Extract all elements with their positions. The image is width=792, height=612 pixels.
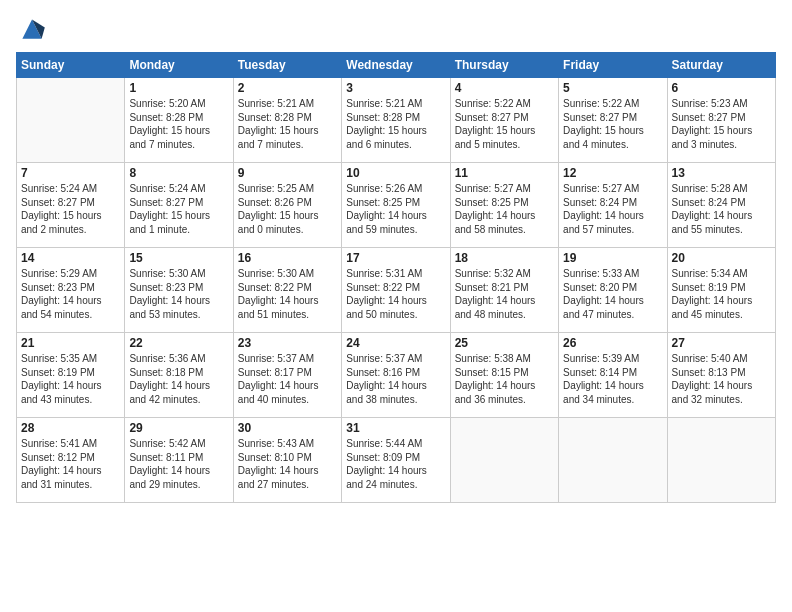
calendar-cell: 24Sunrise: 5:37 AMSunset: 8:16 PMDayligh…: [342, 333, 450, 418]
day-number: 8: [129, 166, 228, 180]
calendar-cell: 20Sunrise: 5:34 AMSunset: 8:19 PMDayligh…: [667, 248, 775, 333]
calendar-cell: 4Sunrise: 5:22 AMSunset: 8:27 PMDaylight…: [450, 78, 558, 163]
calendar-cell: 11Sunrise: 5:27 AMSunset: 8:25 PMDayligh…: [450, 163, 558, 248]
calendar-cell: 2Sunrise: 5:21 AMSunset: 8:28 PMDaylight…: [233, 78, 341, 163]
day-sun-info: Sunrise: 5:25 AMSunset: 8:26 PMDaylight:…: [238, 182, 337, 236]
day-number: 15: [129, 251, 228, 265]
day-sun-info: Sunrise: 5:44 AMSunset: 8:09 PMDaylight:…: [346, 437, 445, 491]
day-number: 20: [672, 251, 771, 265]
day-sun-info: Sunrise: 5:24 AMSunset: 8:27 PMDaylight:…: [21, 182, 120, 236]
calendar-cell: 30Sunrise: 5:43 AMSunset: 8:10 PMDayligh…: [233, 418, 341, 503]
day-number: 27: [672, 336, 771, 350]
calendar-cell: 10Sunrise: 5:26 AMSunset: 8:25 PMDayligh…: [342, 163, 450, 248]
calendar-cell: 18Sunrise: 5:32 AMSunset: 8:21 PMDayligh…: [450, 248, 558, 333]
day-sun-info: Sunrise: 5:22 AMSunset: 8:27 PMDaylight:…: [455, 97, 554, 151]
day-sun-info: Sunrise: 5:30 AMSunset: 8:22 PMDaylight:…: [238, 267, 337, 321]
day-number: 31: [346, 421, 445, 435]
calendar-week-row: 1Sunrise: 5:20 AMSunset: 8:28 PMDaylight…: [17, 78, 776, 163]
logo-icon: [16, 16, 48, 44]
day-number: 21: [21, 336, 120, 350]
calendar-cell: 5Sunrise: 5:22 AMSunset: 8:27 PMDaylight…: [559, 78, 667, 163]
calendar-cell: 19Sunrise: 5:33 AMSunset: 8:20 PMDayligh…: [559, 248, 667, 333]
calendar-cell: 8Sunrise: 5:24 AMSunset: 8:27 PMDaylight…: [125, 163, 233, 248]
day-of-week-header: Thursday: [450, 53, 558, 78]
calendar-table: SundayMondayTuesdayWednesdayThursdayFrid…: [16, 52, 776, 503]
day-sun-info: Sunrise: 5:37 AMSunset: 8:16 PMDaylight:…: [346, 352, 445, 406]
day-number: 12: [563, 166, 662, 180]
day-sun-info: Sunrise: 5:26 AMSunset: 8:25 PMDaylight:…: [346, 182, 445, 236]
calendar-header-row: SundayMondayTuesdayWednesdayThursdayFrid…: [17, 53, 776, 78]
calendar-cell: 17Sunrise: 5:31 AMSunset: 8:22 PMDayligh…: [342, 248, 450, 333]
day-of-week-header: Monday: [125, 53, 233, 78]
day-sun-info: Sunrise: 5:31 AMSunset: 8:22 PMDaylight:…: [346, 267, 445, 321]
day-sun-info: Sunrise: 5:21 AMSunset: 8:28 PMDaylight:…: [346, 97, 445, 151]
day-number: 11: [455, 166, 554, 180]
calendar-cell: 7Sunrise: 5:24 AMSunset: 8:27 PMDaylight…: [17, 163, 125, 248]
day-sun-info: Sunrise: 5:36 AMSunset: 8:18 PMDaylight:…: [129, 352, 228, 406]
calendar-cell: 25Sunrise: 5:38 AMSunset: 8:15 PMDayligh…: [450, 333, 558, 418]
calendar-week-row: 21Sunrise: 5:35 AMSunset: 8:19 PMDayligh…: [17, 333, 776, 418]
day-sun-info: Sunrise: 5:38 AMSunset: 8:15 PMDaylight:…: [455, 352, 554, 406]
calendar-cell: 26Sunrise: 5:39 AMSunset: 8:14 PMDayligh…: [559, 333, 667, 418]
day-number: 17: [346, 251, 445, 265]
day-sun-info: Sunrise: 5:22 AMSunset: 8:27 PMDaylight:…: [563, 97, 662, 151]
day-number: 25: [455, 336, 554, 350]
day-sun-info: Sunrise: 5:23 AMSunset: 8:27 PMDaylight:…: [672, 97, 771, 151]
day-of-week-header: Friday: [559, 53, 667, 78]
calendar-cell: 13Sunrise: 5:28 AMSunset: 8:24 PMDayligh…: [667, 163, 775, 248]
calendar-cell: [559, 418, 667, 503]
day-sun-info: Sunrise: 5:29 AMSunset: 8:23 PMDaylight:…: [21, 267, 120, 321]
calendar-cell: 12Sunrise: 5:27 AMSunset: 8:24 PMDayligh…: [559, 163, 667, 248]
day-number: 26: [563, 336, 662, 350]
day-of-week-header: Tuesday: [233, 53, 341, 78]
logo: [16, 16, 52, 44]
calendar-cell: 6Sunrise: 5:23 AMSunset: 8:27 PMDaylight…: [667, 78, 775, 163]
day-of-week-header: Wednesday: [342, 53, 450, 78]
day-number: 19: [563, 251, 662, 265]
calendar-week-row: 7Sunrise: 5:24 AMSunset: 8:27 PMDaylight…: [17, 163, 776, 248]
day-sun-info: Sunrise: 5:42 AMSunset: 8:11 PMDaylight:…: [129, 437, 228, 491]
day-number: 5: [563, 81, 662, 95]
day-number: 3: [346, 81, 445, 95]
day-sun-info: Sunrise: 5:21 AMSunset: 8:28 PMDaylight:…: [238, 97, 337, 151]
day-number: 13: [672, 166, 771, 180]
day-number: 9: [238, 166, 337, 180]
calendar-cell: 29Sunrise: 5:42 AMSunset: 8:11 PMDayligh…: [125, 418, 233, 503]
day-number: 16: [238, 251, 337, 265]
day-number: 22: [129, 336, 228, 350]
day-sun-info: Sunrise: 5:28 AMSunset: 8:24 PMDaylight:…: [672, 182, 771, 236]
calendar-cell: [17, 78, 125, 163]
day-number: 1: [129, 81, 228, 95]
day-sun-info: Sunrise: 5:40 AMSunset: 8:13 PMDaylight:…: [672, 352, 771, 406]
calendar-cell: 21Sunrise: 5:35 AMSunset: 8:19 PMDayligh…: [17, 333, 125, 418]
day-sun-info: Sunrise: 5:41 AMSunset: 8:12 PMDaylight:…: [21, 437, 120, 491]
calendar-cell: 1Sunrise: 5:20 AMSunset: 8:28 PMDaylight…: [125, 78, 233, 163]
day-sun-info: Sunrise: 5:20 AMSunset: 8:28 PMDaylight:…: [129, 97, 228, 151]
day-number: 4: [455, 81, 554, 95]
day-sun-info: Sunrise: 5:27 AMSunset: 8:25 PMDaylight:…: [455, 182, 554, 236]
calendar-cell: 27Sunrise: 5:40 AMSunset: 8:13 PMDayligh…: [667, 333, 775, 418]
day-sun-info: Sunrise: 5:24 AMSunset: 8:27 PMDaylight:…: [129, 182, 228, 236]
calendar-cell: 14Sunrise: 5:29 AMSunset: 8:23 PMDayligh…: [17, 248, 125, 333]
day-sun-info: Sunrise: 5:32 AMSunset: 8:21 PMDaylight:…: [455, 267, 554, 321]
calendar-cell: [667, 418, 775, 503]
calendar-week-row: 28Sunrise: 5:41 AMSunset: 8:12 PMDayligh…: [17, 418, 776, 503]
calendar-cell: 22Sunrise: 5:36 AMSunset: 8:18 PMDayligh…: [125, 333, 233, 418]
day-sun-info: Sunrise: 5:33 AMSunset: 8:20 PMDaylight:…: [563, 267, 662, 321]
day-sun-info: Sunrise: 5:30 AMSunset: 8:23 PMDaylight:…: [129, 267, 228, 321]
day-number: 30: [238, 421, 337, 435]
day-number: 6: [672, 81, 771, 95]
day-number: 18: [455, 251, 554, 265]
day-number: 14: [21, 251, 120, 265]
day-of-week-header: Sunday: [17, 53, 125, 78]
calendar-cell: 9Sunrise: 5:25 AMSunset: 8:26 PMDaylight…: [233, 163, 341, 248]
calendar-cell: 16Sunrise: 5:30 AMSunset: 8:22 PMDayligh…: [233, 248, 341, 333]
day-number: 24: [346, 336, 445, 350]
day-sun-info: Sunrise: 5:27 AMSunset: 8:24 PMDaylight:…: [563, 182, 662, 236]
day-sun-info: Sunrise: 5:37 AMSunset: 8:17 PMDaylight:…: [238, 352, 337, 406]
day-number: 10: [346, 166, 445, 180]
calendar-cell: [450, 418, 558, 503]
day-number: 28: [21, 421, 120, 435]
calendar-cell: 15Sunrise: 5:30 AMSunset: 8:23 PMDayligh…: [125, 248, 233, 333]
day-number: 23: [238, 336, 337, 350]
